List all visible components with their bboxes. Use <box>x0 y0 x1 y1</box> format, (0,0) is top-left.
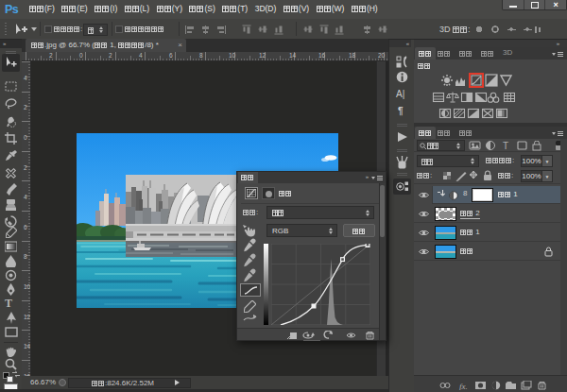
svg-text:T: T <box>503 141 508 151</box>
svg-text:fx.: fx. <box>459 382 468 391</box>
